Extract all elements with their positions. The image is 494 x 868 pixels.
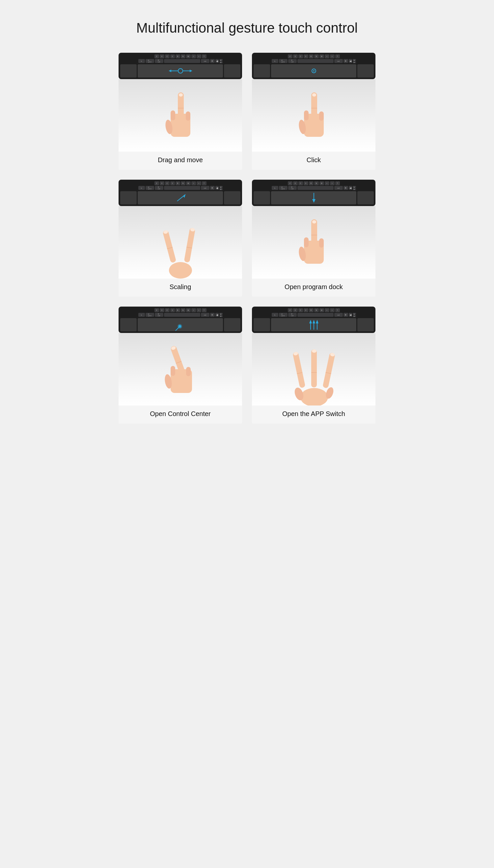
hand-open-control-center-icon [151,336,210,405]
svg-rect-36 [319,238,324,248]
svg-marker-50 [309,320,312,323]
svg-point-64 [300,388,328,405]
keyboard-open-control-center: Z X C V B N M < > ? fn altoption ⌘cmd cm… [118,307,242,317]
svg-rect-17 [304,110,309,120]
click-dot-icon [309,66,319,76]
svg-rect-8 [171,110,175,120]
svg-point-38 [312,220,316,223]
keyboard-open-app-switch: Z X C V B N M < > ? fn altoption ⌘cmd cm… [252,307,376,317]
svg-point-4 [178,69,183,73]
keyboard-click: Z X C V B N M < > ? fn altoption ⌘cmd cm… [252,53,376,63]
keyboard-scaling: Z X C V B N M < > ? fn altoption ⌘cmd cm… [118,180,242,190]
svg-marker-3 [190,70,192,72]
gesture-cell-click: Z X C V B N M < > ? fn altoption ⌘cmd cm… [252,53,376,170]
keyboard-drag-move: Z X C V B N M < > ? fn altoption ⌘cmd cm… [118,53,242,63]
svg-rect-61 [322,352,335,388]
page-wrapper: Multifunctional gesture touch control Z … [109,0,385,444]
svg-marker-1 [169,70,171,72]
hand-area-drag-move [118,79,242,152]
scaling-arrow-icon [171,191,190,204]
down-arrow-icon [309,191,319,204]
hand-click-icon [284,86,343,152]
hand-area-scaling [118,206,242,278]
gesture-grid: Z X C V B N M < > ? fn altoption ⌘cmd cm… [118,53,376,423]
svg-marker-54 [316,320,319,323]
svg-rect-18 [319,111,324,121]
svg-point-29 [169,262,192,278]
page-title: Multifunctional gesture touch control [118,20,376,36]
svg-point-20 [312,93,316,96]
keyboard-open-program-dock: Z X C V B N M < > ? fn altoption ⌘cmd cm… [252,180,376,190]
caption-click: Click [252,152,376,170]
hand-area-open-control-center [118,333,242,405]
svg-marker-22 [183,195,185,198]
gesture-cell-scaling: Z X C V B N M < > ? fn altoption ⌘cmd cm… [118,180,242,297]
svg-point-11 [179,93,183,96]
svg-rect-47 [186,367,191,376]
svg-rect-58 [311,349,317,387]
control-center-touch-icon [171,318,190,331]
svg-marker-31 [312,199,316,203]
drag-arrows-icon [167,66,194,76]
hand-open-app-switch-icon [281,336,347,405]
hand-area-click [252,79,376,152]
svg-line-41 [175,327,179,331]
hand-drag-move-icon [151,86,210,152]
svg-marker-52 [312,320,315,323]
svg-rect-35 [304,237,309,247]
hand-area-open-app-switch [252,333,376,405]
svg-point-13 [313,70,315,72]
hand-scaling-icon [148,209,213,278]
app-switch-arrows-icon [304,318,324,331]
gesture-cell-open-app-switch: Z X C V B N M < > ? fn altoption ⌘cmd cm… [252,307,376,423]
gesture-cell-drag-move: Z X C V B N M < > ? fn altoption ⌘cmd cm… [118,53,242,170]
caption-scaling: Scaling [118,278,242,297]
caption-open-control-center: Open Control Center [118,405,242,423]
svg-point-59 [312,349,317,353]
svg-rect-9 [186,111,190,121]
caption-open-program-dock: Open program dock [252,278,376,297]
gesture-cell-open-control-center: Z X C V B N M < > ? fn altoption ⌘cmd cm… [118,307,242,423]
hand-open-program-dock-icon [284,213,343,278]
svg-rect-26 [184,228,195,263]
caption-drag-move: Drag and move [118,152,242,170]
svg-rect-46 [171,366,175,376]
svg-rect-55 [292,352,305,388]
hand-area-open-program-dock [252,206,376,278]
caption-open-app-switch: Open the APP Switch [252,405,376,423]
gesture-cell-open-program-dock: Z X C V B N M < > ? fn altoption ⌘cmd cm… [252,180,376,297]
svg-rect-23 [163,230,176,263]
